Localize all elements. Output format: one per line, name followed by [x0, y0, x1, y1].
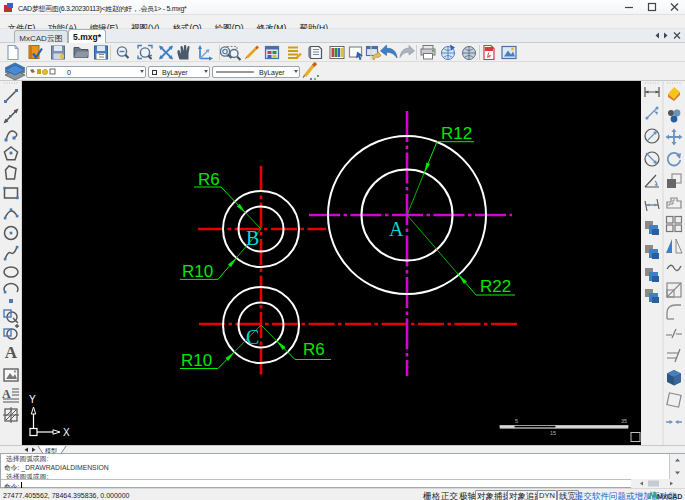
svg-text:R10: R10 — [181, 351, 212, 370]
svg-text:A: A — [389, 218, 404, 240]
svg-text:C: C — [246, 326, 259, 348]
svg-text:B: B — [246, 227, 259, 249]
svg-text:X: X — [63, 427, 70, 438]
svg-text:35: 35 — [621, 418, 627, 424]
svg-text:R12: R12 — [441, 124, 472, 143]
svg-text:R6: R6 — [303, 340, 325, 359]
svg-text:R6: R6 — [198, 170, 220, 189]
svg-text:A: A — [5, 343, 18, 362]
svg-text:Y: Y — [29, 394, 36, 405]
svg-text:R22: R22 — [480, 277, 511, 296]
svg-text:15: 15 — [550, 430, 556, 436]
svg-text:5: 5 — [515, 418, 518, 424]
svg-text:R10: R10 — [182, 262, 213, 281]
